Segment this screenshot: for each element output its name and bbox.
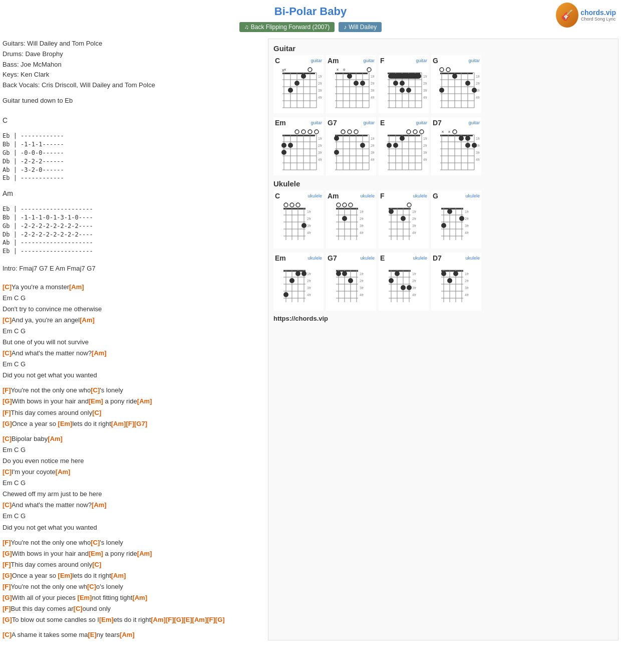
svg-point-323	[447, 278, 452, 283]
chord-am-ref4[interactable]: [Am]	[137, 397, 152, 405]
chord-am-ref7[interactable]: [Am]	[56, 468, 71, 476]
chord-c-ref2[interactable]: [C]	[3, 316, 12, 324]
chord-am-uke-label: Am	[328, 192, 339, 200]
chord-em-guitar-link[interactable]: guitar	[310, 120, 322, 125]
chord-am-guitar: Am guitar x o	[326, 55, 376, 113]
svg-point-271	[289, 278, 294, 283]
svg-point-136	[360, 143, 365, 148]
chord-em-ref3[interactable]: [Em]	[89, 550, 103, 557]
chord-c-ref3[interactable]: [C]	[3, 349, 12, 357]
chord-e-ref2[interactable]: [E]	[88, 631, 97, 638]
ukulele-section-title: Ukulele	[273, 179, 613, 188]
chord-c-ref4[interactable]: [C]	[91, 386, 100, 394]
chord-f-guitar-link[interactable]: guitar	[416, 58, 427, 63]
chord-c-guitar-link[interactable]: guitar	[310, 58, 322, 63]
chord-c-ref[interactable]: [C]	[3, 283, 12, 291]
chord-g7-ukulele-link[interactable]: ukulele	[360, 256, 375, 261]
chord-g-ref7[interactable]: [G]	[174, 616, 183, 623]
chord-c-ref5[interactable]: [C]	[92, 409, 101, 416]
chord-g-ref3[interactable]: [G]	[3, 550, 12, 557]
chord-g-ref[interactable]: [G]	[3, 397, 12, 405]
chord-d7-guitar-link[interactable]: guitar	[468, 120, 480, 125]
chord-f-guitar-diagram: 1fr 2fr 3fr 4fr	[380, 66, 428, 111]
chord-f-ref7[interactable]: [F]	[3, 605, 11, 612]
svg-text:x: x	[284, 67, 286, 72]
chord-e-ref[interactable]: [E]	[183, 616, 192, 623]
chord-em-ukulele-link[interactable]: ukulele	[307, 256, 322, 261]
chord-c-ref12[interactable]: [C]	[74, 605, 83, 612]
chord-em-ref2[interactable]: [Em]	[58, 420, 73, 427]
chord-am-ref10[interactable]: [Am]	[111, 572, 126, 579]
artist-badge[interactable]: ♪ Will Dailey	[339, 22, 382, 32]
chord-e-guitar-link[interactable]: guitar	[416, 120, 427, 125]
chord-f-ref5[interactable]: [F]	[3, 561, 11, 568]
chord-g-ref5[interactable]: [G]	[3, 594, 12, 601]
chord-g-ref8[interactable]: [G]	[215, 616, 225, 623]
tab-am-line1: Eb | --------------------	[3, 205, 263, 213]
chord-c-ref10[interactable]: [C]	[92, 561, 101, 568]
chord-c-ref7[interactable]: [C]	[3, 468, 12, 476]
svg-text:2fr: 2fr	[476, 82, 480, 85]
main-content: Guitars: Will Dailey and Tom Polce Drums…	[0, 39, 621, 640]
chord-am-ref13[interactable]: [Am]	[192, 616, 207, 623]
chord-f-ref6[interactable]: [F]	[3, 583, 11, 590]
chord-f-ref2[interactable]: [F]	[3, 409, 11, 416]
url-bar[interactable]: https://chords.vip	[273, 315, 613, 322]
chord-am-ref2[interactable]: [Am]	[80, 316, 95, 324]
chord-am-ref9[interactable]: [Am]	[137, 550, 152, 557]
chord-c-ref8[interactable]: [C]	[3, 501, 12, 509]
chord-em-ref[interactable]: [Em]	[89, 397, 103, 405]
album-badge[interactable]: ♫ Back Flipping Forward (2007)	[239, 22, 335, 32]
chord-am-ukulele-link[interactable]: ukulele	[360, 193, 375, 198]
chord-c-ref11[interactable]: [C]	[87, 583, 96, 590]
chord-g-ref2[interactable]: [G]	[3, 420, 12, 427]
chord-c-ukulele-link[interactable]: ukulele	[307, 193, 322, 198]
svg-point-237	[401, 216, 406, 221]
chord-em-label: Em	[275, 119, 286, 127]
chord-f-ref[interactable]: [F]	[3, 386, 11, 394]
chord-am-ref14[interactable]: [Am]	[120, 631, 135, 638]
chord-f-ukulele-link[interactable]: ukulele	[413, 193, 427, 198]
chord-am-ref5[interactable]: [Am]	[111, 420, 126, 427]
chord-c-uke-label: C	[275, 192, 280, 200]
svg-text:4fr: 4fr	[412, 293, 417, 297]
chord-am-ref3[interactable]: [Am]	[92, 349, 107, 357]
chord-d7-ukulele-link[interactable]: ukulele	[465, 256, 480, 261]
svg-text:4fr: 4fr	[318, 96, 323, 99]
svg-point-68	[440, 68, 444, 72]
chord-f-ref9[interactable]: [F]	[207, 616, 215, 623]
chord-am-guitar-link[interactable]: guitar	[363, 58, 375, 63]
tab-am-line2: Bb | -1-1-1-0-1-3-1-0----	[3, 213, 263, 222]
chord-am-ref8[interactable]: [Am]	[92, 501, 107, 509]
lyric-19: Chewed off my arm just to be here	[3, 489, 263, 500]
chord-em-ref5[interactable]: [Em]	[78, 594, 92, 601]
chord-am-ref11[interactable]: [Am]	[132, 594, 147, 601]
chord-am-ref6[interactable]: [Am]	[48, 435, 63, 442]
chord-g-ref6[interactable]: [G]	[3, 616, 12, 623]
chord-am-ref12[interactable]: [Am]	[151, 616, 166, 623]
chord-c-ref9[interactable]: [C]	[91, 539, 100, 546]
lyric-28: [G]With all of your pieces [Em]not fitti…	[3, 592, 263, 603]
chord-em-ref4[interactable]: [Em]	[58, 572, 73, 579]
chord-f-ref8[interactable]: [F]	[166, 616, 174, 623]
chord-em-ref6[interactable]: [Em]	[99, 616, 114, 623]
svg-text:2fr: 2fr	[307, 279, 312, 283]
chord-f-ref3[interactable]: [F]	[126, 420, 134, 427]
chord-g-ukulele-link[interactable]: ukulele	[465, 193, 480, 198]
chord-f-ref4[interactable]: [F]	[3, 539, 11, 546]
guitar-section-title: Guitar	[273, 44, 613, 53]
chord-e-ukulele-link[interactable]: ukulele	[413, 256, 427, 261]
chord-g7-ref[interactable]: [G7]	[134, 420, 147, 427]
chord-g-ref4[interactable]: [G]	[3, 572, 12, 579]
chord-g7-guitar-link[interactable]: guitar	[363, 120, 375, 125]
back-vocals-line: Back Vocals: Cris Driscoll, Will Dailey …	[3, 80, 263, 91]
chord-am-ref[interactable]: [Am]	[69, 283, 84, 291]
svg-point-92	[301, 130, 305, 134]
svg-point-158	[400, 136, 405, 141]
chord-g-guitar-link[interactable]: guitar	[468, 58, 480, 63]
chord-c-ref13[interactable]: [C]	[3, 631, 12, 638]
section-am: Am	[3, 188, 263, 199]
svg-text:2fr: 2fr	[465, 279, 469, 283]
chord-c-ref6[interactable]: [C]	[3, 435, 12, 442]
chord-g-guitar: G guitar	[431, 55, 481, 113]
